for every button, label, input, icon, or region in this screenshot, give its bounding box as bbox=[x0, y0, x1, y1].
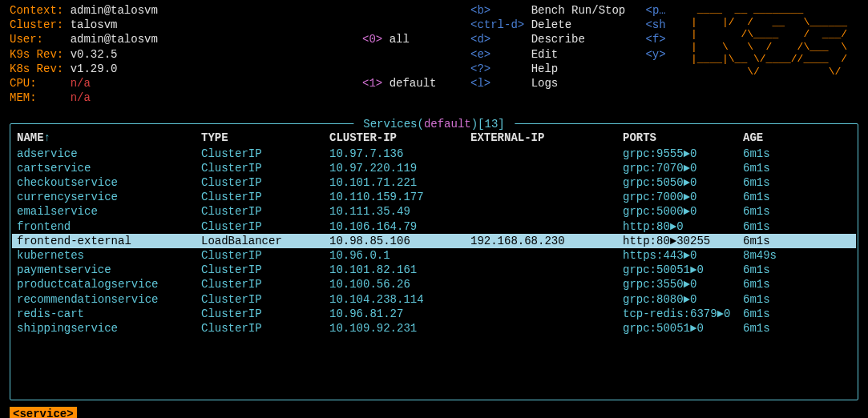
cell-externalip: 192.168.68.230 bbox=[470, 234, 623, 248]
cell-age: 6m1s bbox=[743, 263, 807, 277]
mem-label: MEM: bbox=[10, 91, 37, 104]
col-ports[interactable]: PORTS bbox=[623, 131, 743, 145]
cell-age: 6m1s bbox=[743, 204, 807, 219]
shortcut-label: Edit bbox=[531, 48, 559, 61]
cell-type: ClusterIP bbox=[201, 248, 329, 263]
cell-type: ClusterIP bbox=[201, 204, 329, 219]
k8s-rev-value: v1.29.0 bbox=[71, 62, 118, 75]
table-body: adserviceClusterIP10.97.7.136grpc:9555►0… bbox=[17, 147, 851, 336]
user-label: User: bbox=[10, 33, 43, 46]
table-row[interactable]: adserviceClusterIP10.97.7.136grpc:9555►0… bbox=[17, 147, 851, 161]
table-row[interactable]: frontendClusterIP10.106.164.79http:80►06… bbox=[17, 219, 851, 234]
table-row[interactable]: kubernetesClusterIP10.96.0.1https:443►08… bbox=[17, 248, 851, 263]
cell-name: emailservice bbox=[17, 204, 201, 219]
cell-type: ClusterIP bbox=[201, 161, 329, 175]
cell-age: 6m1s bbox=[743, 292, 807, 307]
cell-ports: http:80►0 bbox=[623, 219, 743, 234]
table-row[interactable]: frontend-externalLoadBalancer10.98.85.10… bbox=[12, 234, 856, 248]
cell-externalip bbox=[470, 147, 623, 161]
shortcut-key[interactable]: <d> bbox=[470, 33, 491, 46]
filter-key[interactable]: <0> bbox=[362, 33, 382, 46]
filter-key[interactable]: <1> bbox=[362, 77, 382, 90]
panel-title-namespace: default bbox=[424, 118, 471, 131]
table-row[interactable]: recommendationserviceClusterIP10.104.238… bbox=[17, 292, 851, 307]
cell-externalip bbox=[470, 248, 623, 263]
cell-name: adservice bbox=[17, 147, 201, 161]
col-type[interactable]: TYPE bbox=[201, 131, 329, 145]
context-value: admin@talosvm bbox=[71, 4, 158, 17]
cell-name: frontend-external bbox=[17, 234, 201, 248]
table-header: NAME↑ TYPE CLUSTER-IP EXTERNAL-IP PORTS … bbox=[17, 131, 851, 145]
k9s-rev-label: K9s Rev: bbox=[10, 48, 63, 61]
cell-age: 6m1s bbox=[743, 307, 807, 321]
cell-clusterip: 10.101.82.161 bbox=[329, 263, 470, 277]
cell-clusterip: 10.101.71.221 bbox=[329, 175, 470, 190]
user-value: admin@talosvm bbox=[71, 33, 158, 46]
header-filters: <0> all <1> default bbox=[362, 3, 470, 120]
cell-type: ClusterIP bbox=[201, 292, 329, 307]
cell-clusterip: 10.98.85.106 bbox=[329, 234, 470, 248]
breadcrumb: <service> bbox=[10, 407, 77, 419]
cluster-label: Cluster: bbox=[10, 18, 63, 31]
table-row[interactable]: redis-cartClusterIP10.96.81.27tcp-redis:… bbox=[17, 307, 851, 321]
shortcut-extra[interactable]: <p… bbox=[645, 4, 665, 17]
cell-clusterip: 10.106.164.79 bbox=[329, 219, 470, 234]
filter-label: all bbox=[390, 33, 410, 46]
cell-type: ClusterIP bbox=[201, 190, 329, 204]
shortcut-key[interactable]: <e> bbox=[470, 48, 491, 61]
cell-ports: grpc:5000►0 bbox=[623, 204, 743, 219]
header-shortcuts: <b> Bench Run/Stop <p… <ctrl-d> Delete <… bbox=[470, 3, 691, 120]
services-panel: Services(default)[13] NAME↑ TYPE CLUSTER… bbox=[10, 123, 858, 400]
cell-ports: grpc:7070►0 bbox=[623, 161, 743, 175]
table-row[interactable]: checkoutserviceClusterIP10.101.71.221grp… bbox=[17, 175, 851, 190]
cell-ports: grpc:7000►0 bbox=[623, 190, 743, 204]
shortcut-extra[interactable]: <y> bbox=[645, 48, 665, 61]
shortcut-key[interactable]: <b> bbox=[470, 4, 491, 17]
cell-clusterip: 10.97.7.136 bbox=[329, 147, 470, 161]
shortcut-key[interactable]: <ctrl-d> bbox=[470, 18, 524, 31]
cell-ports: http:80►30255 bbox=[623, 234, 743, 248]
cell-externalip bbox=[470, 204, 623, 219]
col-externalip[interactable]: EXTERNAL-IP bbox=[470, 131, 623, 145]
cell-type: ClusterIP bbox=[201, 219, 329, 234]
cell-name: productcatalogservice bbox=[17, 277, 201, 291]
cell-name: shippingservice bbox=[17, 321, 201, 336]
cell-externalip bbox=[470, 190, 623, 204]
table-row[interactable]: productcatalogserviceClusterIP10.100.56.… bbox=[17, 277, 851, 291]
cell-ports: grpc:50051►0 bbox=[623, 263, 743, 277]
cell-ports: grpc:5050►0 bbox=[623, 175, 743, 190]
panel-title-count: )[13] bbox=[471, 118, 511, 131]
table-row[interactable]: paymentserviceClusterIP10.101.82.161grpc… bbox=[17, 263, 851, 277]
col-age[interactable]: AGE bbox=[743, 131, 807, 145]
shortcut-key[interactable]: <l> bbox=[470, 77, 491, 90]
cell-externalip bbox=[470, 161, 623, 175]
cell-type: ClusterIP bbox=[201, 277, 329, 291]
cell-name: currencyservice bbox=[17, 190, 201, 204]
cell-name: checkoutservice bbox=[17, 175, 201, 190]
cell-type: LoadBalancer bbox=[201, 234, 329, 248]
table-row[interactable]: cartserviceClusterIP10.97.220.119grpc:70… bbox=[17, 161, 851, 175]
shortcut-extra[interactable]: <sh bbox=[645, 18, 665, 31]
cell-clusterip: 10.97.220.119 bbox=[329, 161, 470, 175]
col-name[interactable]: NAME↑ bbox=[17, 131, 201, 145]
shortcut-key[interactable]: <?> bbox=[470, 62, 491, 75]
cell-clusterip: 10.104.238.114 bbox=[329, 292, 470, 307]
shortcut-extra[interactable]: <f> bbox=[645, 33, 665, 46]
cell-name: cartservice bbox=[17, 161, 201, 175]
cell-age: 6m1s bbox=[743, 190, 807, 204]
cell-ports: grpc:9555►0 bbox=[623, 147, 743, 161]
cell-type: ClusterIP bbox=[201, 147, 329, 161]
cell-age: 6m1s bbox=[743, 147, 807, 161]
cell-type: ClusterIP bbox=[201, 307, 329, 321]
cell-ports: https:443►0 bbox=[623, 248, 743, 263]
table-row[interactable]: currencyserviceClusterIP10.110.159.177gr… bbox=[17, 190, 851, 204]
table-row[interactable]: emailserviceClusterIP10.111.35.49grpc:50… bbox=[17, 204, 851, 219]
col-clusterip[interactable]: CLUSTER-IP bbox=[329, 131, 470, 145]
table-row[interactable]: shippingserviceClusterIP10.109.92.231grp… bbox=[17, 321, 851, 336]
shortcut-label: Help bbox=[531, 62, 559, 75]
cell-name: frontend bbox=[17, 219, 201, 234]
filter-label: default bbox=[390, 77, 437, 90]
shortcut-label: Bench Run/Stop bbox=[531, 4, 626, 17]
cell-externalip bbox=[470, 263, 623, 277]
mem-value: n/a bbox=[71, 91, 91, 104]
